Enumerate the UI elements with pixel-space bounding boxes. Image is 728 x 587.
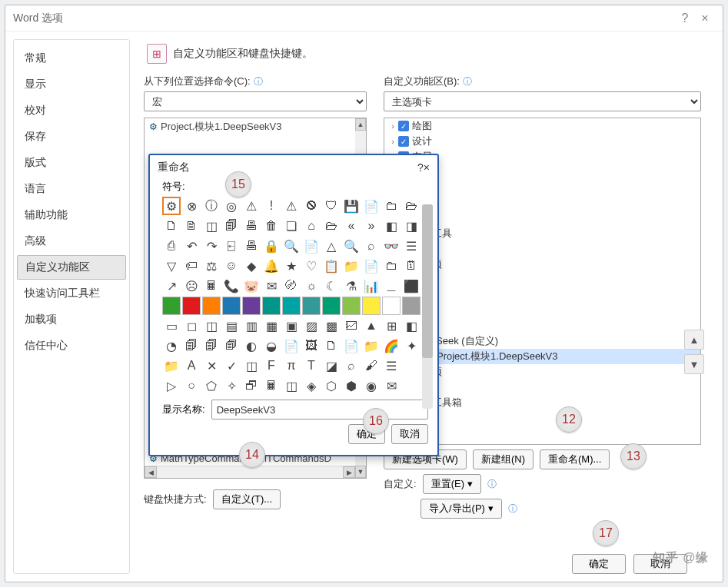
symbol-cell[interactable] <box>222 297 241 315</box>
sidebar-item-advanced[interactable]: 高级 <box>14 229 129 254</box>
reset-button[interactable]: 重置(E) ▾ <box>423 474 481 494</box>
symbol-cell[interactable]: ⎙ <box>162 237 181 255</box>
symbol-cell[interactable]: ⊞ <box>382 317 401 335</box>
symbol-cell[interactable]: ▲ <box>362 317 381 335</box>
symbol-cell[interactable]: ▽ <box>162 257 181 275</box>
symbol-cell[interactable]: 💾 <box>342 197 361 215</box>
symbol-cell[interactable]: 📋 <box>322 257 341 275</box>
modal-help-button[interactable]: ? <box>417 161 424 174</box>
symbol-cell[interactable]: 🗊 <box>222 337 241 355</box>
symbol-cell[interactable]: π <box>282 357 301 375</box>
symbol-cell[interactable]: ⌂ <box>302 217 321 235</box>
symbol-cell[interactable]: 📊 <box>362 277 381 295</box>
sidebar-item-layout[interactable]: 版式 <box>14 151 129 175</box>
symbol-cell[interactable]: ↗ <box>162 277 181 295</box>
symbol-cell[interactable]: ◉ <box>362 376 381 395</box>
symbol-cell[interactable]: 📄 <box>282 337 301 355</box>
symbol-cell[interactable]: F <box>262 357 281 375</box>
symbol-cell[interactable]: ⍇ <box>222 237 241 255</box>
symbol-cell[interactable]: 🗠 <box>342 317 361 335</box>
ribbon-combo[interactable]: 主选项卡 <box>384 91 701 111</box>
symbol-cell[interactable]: 🖌 <box>362 357 381 375</box>
modal-scrollbar[interactable] <box>422 204 433 409</box>
symbol-cell[interactable]: ＿ <box>382 277 401 295</box>
symbol-cell[interactable] <box>402 297 421 315</box>
symbol-cell[interactable]: ☰ <box>402 237 421 255</box>
symbol-cell[interactable]: ○ <box>182 376 201 395</box>
symbol-cell[interactable]: ◐ <box>242 337 261 355</box>
symbol-cell[interactable]: ⚗ <box>342 277 361 295</box>
symbol-cell[interactable]: 🗐 <box>182 337 201 355</box>
symbol-cell[interactable]: 🗀 <box>382 257 401 275</box>
sidebar-item-qat[interactable]: 快速访问工具栏 <box>14 281 129 306</box>
symbol-cell[interactable]: ✕ <box>202 357 221 375</box>
symbol-cell[interactable]: ☹ <box>182 277 201 295</box>
symbol-cell[interactable]: 🗓 <box>402 257 421 275</box>
symbol-cell[interactable]: T <box>302 357 321 375</box>
info-icon[interactable]: ⓘ <box>508 502 517 516</box>
symbol-cell[interactable]: 🛡 <box>322 197 341 215</box>
info-icon[interactable]: ⓘ <box>463 75 472 88</box>
info-icon[interactable]: ⓘ <box>487 478 497 491</box>
symbol-cell[interactable] <box>322 297 341 315</box>
symbol-cell[interactable]: ⬡ <box>322 376 341 395</box>
symbol-cell[interactable]: ☺ <box>222 257 241 275</box>
symbol-cell[interactable]: 📄 <box>302 237 321 255</box>
sidebar-item-proofing[interactable]: 校对 <box>14 98 129 123</box>
symbol-cell[interactable]: 🗎 <box>182 217 201 235</box>
symbol-cell[interactable]: 📄 <box>342 337 361 355</box>
symbol-cell[interactable]: ▩ <box>322 317 341 335</box>
symbol-cell[interactable]: ☼ <box>302 277 321 295</box>
symbol-cell[interactable]: ⓘ <box>202 197 221 215</box>
symbol-cell[interactable]: 📁 <box>342 257 361 275</box>
symbol-cell[interactable]: ◒ <box>262 337 281 355</box>
symbol-cell[interactable]: « <box>342 217 361 235</box>
symbol-cell[interactable]: ◆ <box>242 257 261 275</box>
sidebar-item-language[interactable]: 语言 <box>14 177 129 201</box>
symbol-cell[interactable]: ⬠ <box>202 376 221 395</box>
sidebar-item-accessibility[interactable]: 辅助功能 <box>14 203 129 227</box>
symbol-cell[interactable]: ◫ <box>202 217 221 235</box>
symbol-cell[interactable]: 🔍 <box>342 237 361 255</box>
symbol-cell[interactable]: ☰ <box>382 357 401 375</box>
symbol-cell[interactable]: 🌈 <box>382 337 401 355</box>
symbol-cell[interactable]: 🗐 <box>222 217 241 235</box>
symbol-cell[interactable]: » <box>362 217 381 235</box>
symbol-cell[interactable] <box>302 297 321 315</box>
symbol-cell[interactable]: ✧ <box>222 376 241 395</box>
symbol-cell[interactable]: 🐷 <box>242 277 261 295</box>
modal-cancel-button[interactable]: 取消 <box>391 424 428 444</box>
symbol-cell[interactable]: 🗐 <box>202 337 221 355</box>
symbol-cell[interactable]: 📁 <box>362 337 381 355</box>
checkbox-icon[interactable]: ✓ <box>398 136 409 147</box>
symbol-cell[interactable]: ◧ <box>402 317 421 335</box>
symbol-cell[interactable]: 🗀 <box>382 197 401 215</box>
symbol-cell[interactable]: ◎ <box>222 197 241 215</box>
symbol-cell[interactable]: ⬛ <box>402 277 421 295</box>
symbol-cell[interactable]: ⚙ <box>162 197 181 215</box>
symbol-cell[interactable]: ↶ <box>182 237 201 255</box>
symbol-cell[interactable] <box>202 297 221 315</box>
customize-keyboard-button[interactable]: 自定义(T)... <box>213 489 281 509</box>
sidebar-item-addins[interactable]: 加载项 <box>14 307 129 332</box>
symbol-cell[interactable]: 🖩 <box>262 376 281 395</box>
symbol-cell[interactable]: ⚠ <box>282 197 301 215</box>
checkbox-icon[interactable]: ✓ <box>398 121 409 131</box>
symbol-cell[interactable]: 📄 <box>362 257 381 275</box>
symbol-cell[interactable]: 🖼 <box>302 337 321 355</box>
symbol-cell[interactable]: ☾ <box>322 277 341 295</box>
symbol-cell[interactable]: ▤ <box>222 317 241 335</box>
symbol-cell[interactable]: 🗗 <box>242 376 261 395</box>
symbol-cell[interactable]: ▨ <box>302 317 321 335</box>
sidebar-item-save[interactable]: 保存 <box>14 124 129 149</box>
symbol-cell[interactable]: 📁 <box>162 357 181 375</box>
symbol-cell[interactable]: 🖶 <box>242 237 261 255</box>
tree-row[interactable]: ›✓设计 <box>384 134 700 149</box>
display-name-input[interactable] <box>211 400 428 420</box>
info-icon[interactable]: ⓘ <box>254 75 263 88</box>
symbol-cell[interactable] <box>402 376 421 395</box>
symbol-cell[interactable]: 📞 <box>222 277 241 295</box>
symbol-cell[interactable]: △ <box>322 237 341 255</box>
symbol-cell[interactable]: ◔ <box>162 337 181 355</box>
symbol-cell[interactable]: ✓ <box>222 357 241 375</box>
